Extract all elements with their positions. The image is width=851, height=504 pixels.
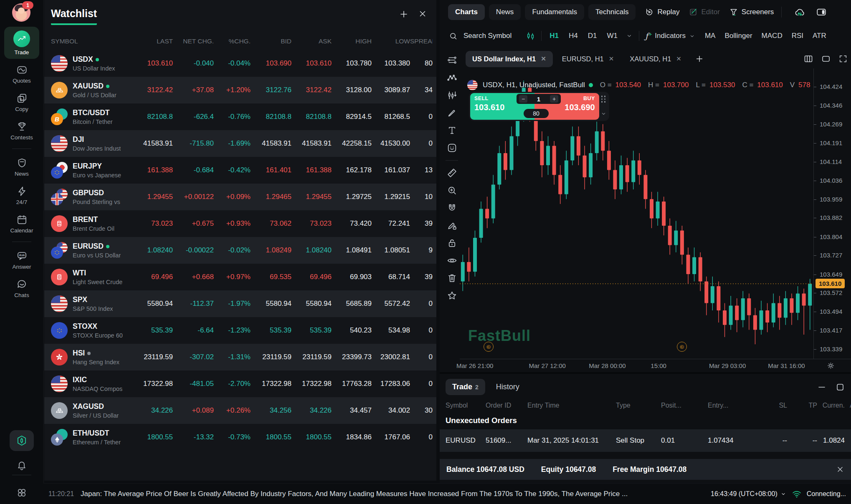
quick-trade-button[interactable] xyxy=(10,430,34,451)
price-axis[interactable]: 104.424104.346104.269104.191104.114104.0… xyxy=(813,68,851,359)
close-watchlist-button[interactable] xyxy=(418,9,427,19)
sidebar-item-news[interactable]: News xyxy=(4,154,39,180)
layers-tool-icon[interactable] xyxy=(447,55,457,66)
watchlist-row-EURJPY[interactable]: EURJPY Euro vs Japanese 161.388 -0.684 -… xyxy=(44,157,436,184)
nav-tab-charts[interactable]: Charts xyxy=(448,4,485,20)
timeframe-D1[interactable]: D1 xyxy=(586,32,599,40)
sidebar-item-247[interactable]: 24/7 xyxy=(4,182,39,209)
minimize-panel-icon[interactable] xyxy=(817,382,827,392)
chart-settings-gear-icon[interactable] xyxy=(826,361,835,370)
chart-type-candles-button[interactable] xyxy=(526,31,535,41)
news-timestamp: 11:20:21 xyxy=(48,490,74,498)
fullscreen-icon[interactable] xyxy=(838,54,848,63)
column-header[interactable]: SYMBOL xyxy=(51,38,136,45)
orders-column-header[interactable]: Curren. xyxy=(822,402,850,409)
indicator-rsi[interactable]: RSI xyxy=(792,32,803,40)
avatar[interactable]: 1 xyxy=(12,3,31,23)
sidebar-item-answer[interactable]: AskAnswer xyxy=(4,247,39,273)
column-header[interactable]: NET CHG. xyxy=(173,38,214,45)
sidebar-item-trade[interactable]: Trade xyxy=(4,27,39,59)
orders-column-header[interactable]: SL xyxy=(760,402,792,409)
add-symbol-button[interactable] xyxy=(399,9,409,19)
trade-panel-tab-history[interactable]: History xyxy=(496,383,519,391)
watchlist-row-STOXX[interactable]: STOXX STOXX Europe 60 535.39 -6.64 -1.23… xyxy=(44,317,436,344)
orders-column-header[interactable]: Entry... xyxy=(708,402,760,409)
column-header[interactable]: %CHG. xyxy=(214,38,251,45)
search-symbol-input[interactable]: Search Symbol xyxy=(463,32,512,40)
close-tab-icon[interactable]: ✕ xyxy=(676,55,681,63)
indicator-bollinger[interactable]: Bollinger xyxy=(724,32,752,40)
nav-tab-technicals[interactable]: Technicals xyxy=(588,4,636,20)
timeframes-chevron-icon[interactable] xyxy=(626,32,633,40)
timeframe-W1[interactable]: W1 xyxy=(605,32,620,40)
orders-column-header[interactable]: Order ID xyxy=(486,402,527,409)
watchlist-row-EURUSD[interactable]: EURUSD Euro vs US Dollar 1.08240 -0.0002… xyxy=(44,237,436,264)
apps-button[interactable] xyxy=(16,487,27,498)
column-header[interactable]: LOW xyxy=(372,38,410,45)
order-row-EURUSD[interactable]: EURUSD 51609... Mar 31, 2025 14:01:31 Se… xyxy=(440,429,851,452)
column-header[interactable]: LAST xyxy=(136,38,173,45)
column-header[interactable]: SPREAD xyxy=(410,38,433,45)
chart-plot-area[interactable]: 104.424104.346104.269104.191104.114104.0… xyxy=(440,68,851,370)
drag-handle-icon[interactable] xyxy=(601,96,606,103)
new-chart-tab-button[interactable] xyxy=(695,54,704,63)
watchlist-row-XAGUSD[interactable]: XAGUSD Silver / US Dollar 34.226 +0.089 … xyxy=(44,397,436,424)
toggle-right-panel-button[interactable] xyxy=(816,7,827,18)
orders-column-header[interactable]: Type xyxy=(616,402,661,409)
collapse-widget-chevron-icon[interactable] xyxy=(600,110,607,117)
notifications-button[interactable] xyxy=(16,460,27,471)
indicator-ma[interactable]: MA xyxy=(705,32,716,40)
watchlist-row-IXIC[interactable]: IXIC NASDAQ Compos 17322.98 -481.05 -2.7… xyxy=(44,370,436,397)
column-header[interactable]: BID xyxy=(251,38,291,45)
watchlist-row-BTC/USDT[interactable]: B BTC/USDT Bitcoin / Tether 82108.8 -626… xyxy=(44,103,436,130)
sidebar-item-quotes[interactable]: Quotes xyxy=(4,60,39,87)
orders-column-header[interactable]: Symbol xyxy=(446,402,486,409)
chart-tab-2[interactable]: XAUUSD, H1✕ xyxy=(623,51,688,67)
sidebar-item-contests[interactable]: Contests xyxy=(4,117,39,144)
watchlist-row-ETH/USDT[interactable]: ETH/USDT Ethereum / Tether 1800.55 -13.3… xyxy=(44,424,436,451)
timeframe-H1[interactable]: H1 xyxy=(547,32,561,40)
nav-tab-news[interactable]: News xyxy=(489,4,521,20)
indicator-atr[interactable]: ATR xyxy=(813,32,826,40)
indicators-button[interactable]: ƒ+Indicators xyxy=(645,31,696,40)
chart-tab-1[interactable]: EURUSD, H1✕ xyxy=(555,51,621,67)
layout-single-icon[interactable] xyxy=(821,54,831,64)
sidebar-item-copy[interactable]: $Copy xyxy=(4,89,39,116)
column-header[interactable]: ASK xyxy=(291,38,332,45)
sell-button[interactable]: SELL 103.610 xyxy=(470,93,522,120)
replay-button[interactable]: Replay xyxy=(645,8,679,17)
column-header[interactable]: HIGH xyxy=(332,38,372,45)
cloud-sync-button[interactable] xyxy=(794,7,805,18)
watchlist-row-WTI[interactable]: WTI Light Sweet Crude 69.496 +0.668 +0.9… xyxy=(44,264,436,290)
indicator-macd[interactable]: MACD xyxy=(762,32,783,40)
watchlist-row-HSI[interactable]: HSI Hang Seng Index 23119.59 -307.02 -1.… xyxy=(44,344,436,370)
time-axis[interactable]: Mar 26 21:00Mar 27 12:00Mar 28 00:0015:0… xyxy=(460,359,851,371)
net-change: -0.684 xyxy=(173,166,214,174)
orders-column-header[interactable]: Entry Time xyxy=(527,402,616,409)
volume-decrease-button[interactable]: − xyxy=(519,95,527,103)
screeners-button[interactable]: Screeners xyxy=(729,8,774,17)
close-tab-icon[interactable]: ✕ xyxy=(609,55,614,63)
maximize-panel-icon[interactable] xyxy=(835,382,845,392)
server-time-dropdown[interactable]: 16:43:49 (UTC+08:00) xyxy=(711,490,787,498)
watchlist-row-BRENT[interactable]: BRENT Brent Crude Oil 73.023 +0.675 +0.9… xyxy=(44,210,436,237)
volume-increase-button[interactable]: + xyxy=(550,95,558,103)
watchlist-row-USDX[interactable]: USDX US Dollar Index 103.610 -0.040 -0.0… xyxy=(44,50,436,77)
close-tab-icon[interactable]: ✕ xyxy=(541,55,546,63)
timeframe-H4[interactable]: H4 xyxy=(567,32,580,40)
nav-tab-fundamentals[interactable]: Fundamentals xyxy=(525,4,584,20)
trade-panel-tab-trade[interactable]: Trade2 xyxy=(446,379,485,395)
close-balance-bar-button[interactable] xyxy=(836,465,844,474)
watchlist-row-GBPUSD[interactable]: GBPUSD Pound Sterling vs 1.29455 +0.0012… xyxy=(44,184,436,210)
watchlist-row-XAUUSD[interactable]: XAUUSD Gold / US Dollar 3122.42 +37.08 +… xyxy=(44,77,436,103)
news-ticker[interactable]: Japan: The Average Price Of Beer Is Grea… xyxy=(81,490,704,498)
orders-column-header[interactable]: TP xyxy=(792,402,822,409)
orders-column-header[interactable]: Posit... xyxy=(661,402,708,409)
layout-grid-icon[interactable] xyxy=(803,54,813,64)
watchlist-row-DJI[interactable]: DJI Dow Jones Indust 41583.91 -715.80 -1… xyxy=(44,130,436,157)
chart-tab-0[interactable]: US Dollar Index, H1✕ xyxy=(466,51,553,67)
sidebar-item-calendar[interactable]: Calendar xyxy=(4,210,39,237)
watchlist-row-SPX[interactable]: SPX S&P 500 Index 5580.94 -112.37 -1.97%… xyxy=(44,290,436,317)
sidebar-item-chats[interactable]: Chats xyxy=(4,275,39,302)
editor-button[interactable]: Editor xyxy=(689,8,719,17)
